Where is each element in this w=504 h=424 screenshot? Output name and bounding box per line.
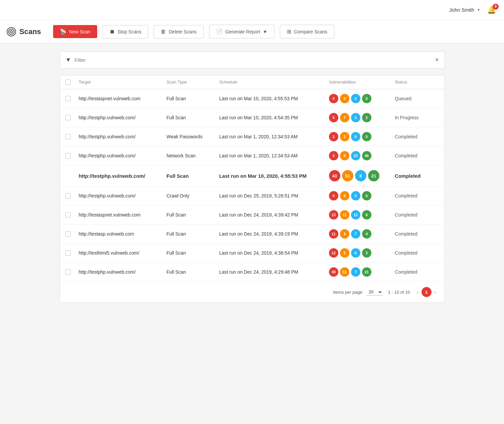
row-schedule: Last run on Mar 10, 2020, 4:55:53 PM xyxy=(219,173,329,179)
row-schedule: Last run on Dec 24, 2019, 4:38:54 PM xyxy=(219,250,329,256)
table-row[interactable]: http://testphp.vulnweb.com/ Crawl Only L… xyxy=(60,186,444,205)
scans-icon xyxy=(7,27,16,36)
current-page-button[interactable]: 1 xyxy=(422,287,432,297)
filter-placeholder: Filter xyxy=(74,57,432,63)
row-checkbox-9[interactable] xyxy=(65,269,71,275)
row-status: Completed xyxy=(395,269,439,275)
page-range: 1 - 10 of 10 xyxy=(388,290,410,295)
table-row[interactable]: http://testphp.vulnweb.com/ Network Scan… xyxy=(60,146,444,165)
table-rows-container: http://testaspnet.vulnweb.com Full Scan … xyxy=(60,89,444,281)
vuln-badge: 6 xyxy=(362,210,371,220)
page-title: Scans xyxy=(19,27,41,36)
table-header: Target Scan Type Schedule Vulnerabilitie… xyxy=(60,76,444,89)
stop-scans-button[interactable]: ⏹ Stop Scans xyxy=(103,25,149,38)
row-schedule: Last run on Dec 25, 2019, 5:26:51 PM xyxy=(219,193,329,198)
vuln-badge: 2 xyxy=(329,132,338,141)
row-target: http://testphp.vulnweb.com/ xyxy=(79,115,167,120)
row-checkbox-2[interactable] xyxy=(65,134,71,139)
row-checkbox-3[interactable] xyxy=(65,153,71,158)
vuln-badge: 46 xyxy=(362,151,371,160)
report-icon: 📄 xyxy=(216,28,223,35)
row-checkbox-7[interactable] xyxy=(65,231,71,237)
row-target: http://testasp.vulnweb.com xyxy=(79,231,167,237)
delete-icon: 🗑 xyxy=(161,29,166,35)
user-name: John Smith xyxy=(449,7,474,13)
row-schedule: Last run on Dec 24, 2019, 4:39:42 PM xyxy=(219,212,329,218)
row-target: http://testaspnet.vulnweb.com xyxy=(79,96,167,101)
row-vulnerabilities: 5732 xyxy=(329,113,395,122)
svg-point-1 xyxy=(9,29,14,34)
vuln-badge: 0 xyxy=(351,94,360,103)
row-status: Completed xyxy=(395,153,439,158)
vuln-badge: 12 xyxy=(351,210,360,220)
row-target: http://testphp.vulnweb.com/ xyxy=(79,153,167,158)
notification-button[interactable]: 🔔 9 xyxy=(486,4,497,16)
filter-clear-button[interactable]: × xyxy=(435,56,439,63)
row-scan-type: Full Scan xyxy=(166,269,219,275)
select-all-checkbox[interactable] xyxy=(65,80,71,85)
vuln-badge: 0 xyxy=(340,94,349,103)
top-bar: John Smith ▼ 🔔 9 xyxy=(0,0,504,20)
vuln-badge: 23 xyxy=(351,151,360,160)
compare-icon: ⊞ xyxy=(287,28,291,35)
table-row[interactable]: http://testphp.vulnweb.com/ Weak Passwor… xyxy=(60,127,444,146)
vuln-badge: 0 xyxy=(329,94,338,103)
table-row[interactable]: http://testphp.vulnweb.com/ Full Scan La… xyxy=(60,263,444,281)
new-scan-button[interactable]: 📡 New Scan xyxy=(53,25,97,38)
row-checkbox-1[interactable] xyxy=(65,115,71,120)
row-scan-type: Full Scan xyxy=(166,173,219,179)
row-vulnerabilities: 4051821 xyxy=(329,170,395,181)
report-chevron-icon: ▼ xyxy=(263,29,268,34)
vuln-badge: 51 xyxy=(342,170,353,181)
row-checkbox-0[interactable] xyxy=(65,96,71,101)
row-target: http://testphp.vulnweb.com/ xyxy=(79,269,167,275)
prev-page-button[interactable]: ‹ xyxy=(415,287,420,297)
vuln-badge: 11 xyxy=(340,210,349,220)
vuln-badge: 40 xyxy=(329,170,340,181)
stop-icon: ⏹ xyxy=(110,29,115,35)
row-target: http://testaspnet.vulnweb.com xyxy=(79,212,167,218)
table-row[interactable]: http://testhtml5.vulnweb.com/ Full Scan … xyxy=(60,244,444,263)
vuln-badge: 38 xyxy=(329,267,338,277)
vuln-badge: 0 xyxy=(351,132,360,141)
col-schedule: Schedule xyxy=(219,80,329,85)
row-status: Completed xyxy=(395,212,439,218)
row-status: Completed xyxy=(395,231,439,237)
table-row[interactable]: http://testaspnet.vulnweb.com Full Scan … xyxy=(60,89,444,108)
row-schedule: Last run on Dec 24, 2019, 4:39:19 PM xyxy=(219,231,329,237)
page-title-area: Scans xyxy=(7,27,41,36)
vuln-badge: 8 xyxy=(355,170,366,181)
row-status: In Progress xyxy=(395,115,439,120)
vuln-badge: 2 xyxy=(362,113,371,122)
vuln-badge: 7 xyxy=(351,229,360,239)
col-vulnerabilities: Vulnerabilities xyxy=(329,80,395,85)
row-target: http://testphp.vulnweb.com/ xyxy=(79,193,167,198)
vuln-badge: 4 xyxy=(362,229,371,239)
table-row[interactable]: http://testaspnet.vulnweb.com Full Scan … xyxy=(60,205,444,225)
row-schedule: Last run on Mar 1, 2020, 12:34:53 AM xyxy=(219,153,329,158)
items-per-page-select[interactable]: 20 50 100 xyxy=(366,288,383,296)
row-scan-type: Full Scan xyxy=(166,231,219,237)
table-row[interactable]: http://testphp.vulnweb.com/ Full Scan La… xyxy=(60,108,444,127)
vuln-badge: 2 xyxy=(340,132,349,141)
delete-scans-button[interactable]: 🗑 Delete Scans xyxy=(154,25,203,38)
row-checkbox-5[interactable] xyxy=(65,193,71,198)
vuln-badge: 0 xyxy=(362,191,371,200)
vuln-badge: 2 xyxy=(329,151,338,160)
vuln-badge: 21 xyxy=(368,170,379,181)
compare-scans-button[interactable]: ⊞ Compare Scans xyxy=(280,25,334,38)
row-checkbox-8[interactable] xyxy=(65,250,71,256)
generate-report-button[interactable]: 📄 Generate Report ▼ xyxy=(209,25,275,38)
table-row[interactable]: http://testphp.vulnweb.com/ Full Scan La… xyxy=(60,165,444,186)
items-per-page-label: Items per page: xyxy=(333,290,363,295)
vuln-badge: 3 xyxy=(351,113,360,122)
vuln-badge: 0 xyxy=(329,191,338,200)
vuln-badge: 0 xyxy=(351,191,360,200)
next-page-button[interactable]: › xyxy=(433,287,438,297)
user-menu[interactable]: John Smith ▼ xyxy=(449,7,480,13)
table-row[interactable]: http://testasp.vulnweb.com Full Scan Las… xyxy=(60,225,444,244)
row-target: http://testphp.vulnweb.com/ xyxy=(79,173,167,179)
vuln-badge: 13 xyxy=(329,210,338,220)
row-checkbox-6[interactable] xyxy=(65,212,71,218)
filter-icon: ▼ xyxy=(65,56,71,63)
